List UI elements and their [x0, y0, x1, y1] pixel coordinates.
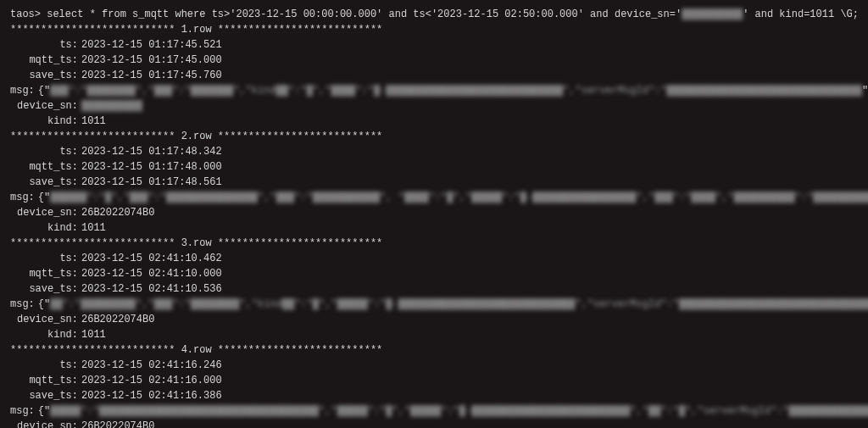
- field-ts: ts:2023-12-15 01:17:48.342: [10, 144, 858, 159]
- field-mqtt-ts: mqtt_ts:2023-12-15 02:41:16.000: [10, 373, 858, 388]
- field-save-ts: save_ts:2023-12-15 01:17:45.760: [10, 68, 858, 83]
- field-device-sn: device_sn:26B2022074B0: [10, 419, 858, 428]
- query-blur: ▓▓▓▓▓▓▓▓▓▓: [682, 8, 743, 20]
- field-ts: ts:2023-12-15 02:41:10.462: [10, 251, 858, 266]
- field-kind: kind:1011: [10, 114, 858, 129]
- field-device-sn: device_sn:26B2022074B0: [10, 205, 858, 220]
- query-text-after: ' and kind=1011 \G;: [743, 8, 859, 20]
- field-device-sn: device_sn:▓▓▓▓▓▓▓▓▓▓: [10, 98, 858, 114]
- row-separator: *************************** 1.row ******…: [10, 22, 858, 37]
- row-separator: *************************** 3.row ******…: [10, 236, 858, 251]
- row-separator: *************************** 2.row ******…: [10, 129, 858, 144]
- prompt: taos>: [10, 8, 41, 20]
- field-mqtt-ts: mqtt_ts:2023-12-15 02:41:10.000: [10, 266, 858, 281]
- query-text-before: select * from s_mqtt where ts>'2023-12-1…: [47, 8, 682, 20]
- field-msg: msg:{"▓▓▓▓▓":"▓▓▓▓▓▓▓▓▓▓▓▓▓▓▓▓▓▓▓▓▓▓▓▓▓▓…: [10, 403, 858, 419]
- field-msg: msg:{"▓▓▓":"▓▓▓▓▓▓▓▓","▓▓▓":"▓▓▓▓▓▓▓","k…: [10, 83, 858, 98]
- field-ts: ts:2023-12-15 02:41:16.246: [10, 358, 858, 373]
- field-save-ts: save_ts:2023-12-15 02:41:10.536: [10, 281, 858, 297]
- query-line[interactable]: taos> select * from s_mqtt where ts>'202…: [10, 7, 858, 22]
- field-kind: kind:1011: [10, 220, 858, 236]
- field-device-sn: device_sn:26B2022074B0: [10, 312, 858, 327]
- field-msg: msg:{"▓▓▓▓▓▓":"▓","▓▓▓":"▓▓▓▓▓▓▓▓▓▓▓▓▓▓▓…: [10, 190, 858, 205]
- field-ts: ts:2023-12-15 01:17:45.521: [10, 37, 858, 53]
- field-msg: msg:{"▓▓":"▓▓▓▓▓▓▓▓▓","▓▓▓":"▓▓▓▓▓▓▓▓","…: [10, 297, 858, 312]
- field-kind: kind:1011: [10, 327, 858, 342]
- field-save-ts: save_ts:2023-12-15 02:41:16.386: [10, 388, 858, 403]
- field-mqtt-ts: mqtt_ts:2023-12-15 01:17:45.000: [10, 53, 858, 68]
- row-separator: *************************** 4.row ******…: [10, 342, 858, 358]
- field-save-ts: save_ts:2023-12-15 01:17:48.561: [10, 175, 858, 190]
- field-mqtt-ts: mqtt_ts:2023-12-15 01:17:48.000: [10, 159, 858, 175]
